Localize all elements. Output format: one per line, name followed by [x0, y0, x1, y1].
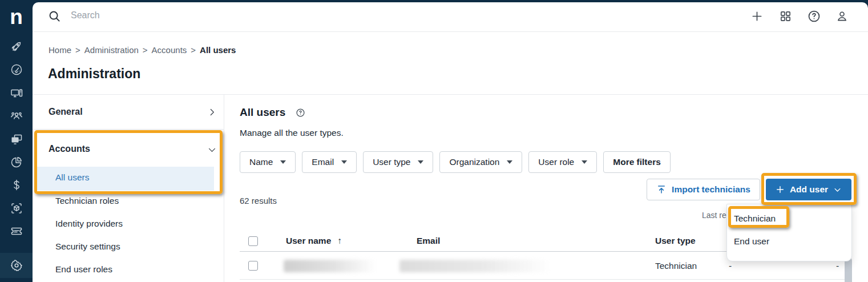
sidebar-item-administration[interactable] [0, 253, 33, 278]
help-icon[interactable] [807, 9, 821, 26]
column-header-email[interactable]: Email [417, 236, 440, 246]
filter-name[interactable]: Name [240, 151, 296, 173]
ticketing-icon[interactable] [0, 224, 33, 238]
cell-dash-2: - [836, 261, 839, 271]
logo-text: n [10, 5, 23, 30]
nav-all-users-label: All users [55, 172, 89, 183]
chevron-down-icon [207, 145, 217, 157]
filter-organization[interactable]: Organization [439, 151, 522, 173]
plus-icon[interactable] [750, 10, 764, 25]
breadcrumb-accounts[interactable]: Accounts [152, 45, 187, 55]
redacted-user-name [284, 260, 376, 272]
ninjaone-logo[interactable]: n [0, 5, 33, 30]
search-input[interactable]: Search [71, 10, 100, 21]
caret-down-icon [418, 160, 423, 164]
search-placeholder: Search [71, 10, 100, 20]
cell-dash-1: - [729, 261, 732, 271]
more-filters-button[interactable]: More filters [603, 151, 671, 173]
column-header-user-type[interactable]: User type [655, 236, 696, 246]
sidebar-item-security-settings[interactable]: Security settings [55, 241, 120, 252]
breadcrumb-administration[interactable]: Administration [84, 45, 139, 55]
remote-windows-icon[interactable] [0, 132, 33, 146]
settings-gear-icon [10, 259, 23, 272]
column-header-user-name[interactable]: User name ↑ [286, 236, 342, 246]
breadcrumb-current: All users [200, 45, 236, 55]
chevron-right-icon [207, 107, 217, 119]
devices-icon[interactable] [0, 86, 33, 100]
reports-pie-icon[interactable] [0, 155, 33, 169]
results-count: 62 results [240, 196, 277, 206]
row-checkbox[interactable] [248, 261, 258, 271]
search-icon [48, 10, 61, 25]
dashboard-gauge-icon[interactable] [0, 63, 33, 76]
account-icon[interactable] [835, 10, 849, 25]
software-cube-icon[interactable] [0, 202, 33, 215]
redacted-email [399, 260, 551, 272]
section-subtitle: Manage all the user types. [240, 128, 344, 138]
menu-item-technician[interactable]: Technician [727, 207, 851, 230]
breadcrumb: Home>Administration>Accounts>All users [49, 45, 236, 55]
panel-divider [224, 95, 224, 282]
header-divider [33, 94, 868, 95]
add-user-dropdown: Technician End user [726, 204, 852, 261]
sidebar-item-identity-providers[interactable]: Identity providers [55, 219, 123, 229]
filter-email[interactable]: Email [302, 151, 357, 173]
rocket-icon[interactable] [0, 40, 33, 54]
apps-grid-icon[interactable] [779, 10, 792, 25]
topbar-divider [33, 31, 868, 32]
page-title: Administration [48, 66, 140, 82]
section-title: All users [240, 106, 285, 119]
section-help-icon[interactable] [296, 108, 305, 120]
caret-down-icon [507, 160, 512, 164]
filter-user-role[interactable]: User role [528, 151, 597, 173]
chevron-down-icon [833, 186, 842, 194]
caret-down-icon [341, 160, 347, 164]
filter-bar: Name Email User type Organization User r… [240, 151, 671, 173]
sort-asc-icon: ↑ [338, 236, 342, 245]
billing-dollar-icon[interactable] [0, 178, 33, 192]
sidebar-item-end-user-roles[interactable]: End user roles [55, 264, 112, 275]
nav-section-accounts[interactable]: Accounts [49, 144, 90, 154]
caret-down-icon [280, 160, 286, 164]
app-root: n [0, 0, 868, 282]
menu-item-end-user[interactable]: End user [727, 230, 851, 253]
sidebar: n [0, 0, 33, 282]
last-refresh-text: Last re [702, 211, 726, 220]
upload-icon [656, 184, 667, 195]
cell-user-type: Technician [655, 261, 697, 271]
plus-icon [776, 185, 785, 194]
nav-section-general[interactable]: General [49, 107, 83, 117]
nav-divider [33, 129, 224, 130]
caret-down-icon [582, 160, 587, 164]
table-row-divider [240, 279, 852, 280]
filter-user-type[interactable]: User type [363, 151, 433, 173]
sidebar-item-technician-roles[interactable]: Technician roles [55, 196, 119, 206]
import-technicians-button[interactable]: Import technicians [647, 179, 760, 200]
organizations-icon[interactable] [0, 109, 33, 123]
select-all-checkbox[interactable] [248, 236, 258, 246]
add-user-button[interactable]: Add user [766, 179, 851, 200]
breadcrumb-home[interactable]: Home [49, 45, 71, 55]
